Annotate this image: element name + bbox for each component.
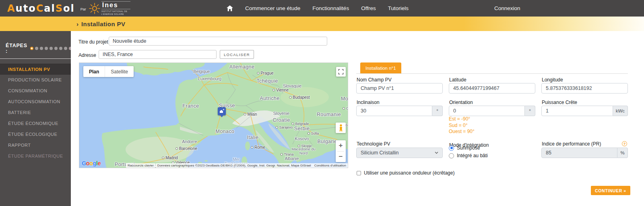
ines-logo[interactable]: Ines INSTITUT NATIONAL DE L'ENERGIE SOLA… xyxy=(89,1,130,15)
sidebar-item--tude-conomique[interactable]: ÉTUDE ÉCONOMIQUE xyxy=(0,118,71,129)
field-name-input[interactable] xyxy=(356,83,443,94)
tilt-group: ° xyxy=(356,106,443,116)
map-marker[interactable] xyxy=(218,107,226,115)
step-dot xyxy=(45,47,48,50)
chevron-down-icon xyxy=(435,152,438,154)
step-dot xyxy=(59,47,62,50)
map-label: Sarajevo xyxy=(276,125,293,129)
localize-button[interactable]: LOCALISER xyxy=(220,50,254,59)
step-dot xyxy=(30,47,33,50)
radio-selected-icon[interactable] xyxy=(449,146,454,151)
nav-item-commencer-une-tude[interactable]: Commencer une étude xyxy=(245,5,300,11)
main-nav: Commencer une étudeFonctionnalitésOffres… xyxy=(227,0,409,17)
logo-segment: S xyxy=(56,3,63,14)
steps-row: ÉTAPES : xyxy=(6,43,71,54)
map-label: Vienne xyxy=(272,88,289,92)
map-label: Andorre xyxy=(182,139,197,144)
step-dot xyxy=(50,47,53,50)
map-label: Rome xyxy=(251,145,265,150)
sidebar-item-installation-pv[interactable]: INSTALLATION PV xyxy=(0,64,71,75)
map-label: Italie xyxy=(247,135,259,140)
integration-option-surimposé[interactable]: Surimposé xyxy=(449,145,488,151)
logo-segment: uto xyxy=(16,3,36,14)
map-satellite-button[interactable]: Satellite xyxy=(105,66,134,77)
inverter-power-checkbox-label: Utiliser une puissance onduleur (écrêtag… xyxy=(364,170,454,176)
sidebar-item--tude-cologique[interactable]: ÉTUDE ÉCOLOGIQUE xyxy=(0,129,71,140)
map-label: France xyxy=(182,103,199,109)
radio-icon[interactable] xyxy=(449,153,454,158)
map-plan-button[interactable]: Plan xyxy=(83,66,105,77)
sidebar-item-batterie[interactable]: BATTERIE xyxy=(0,107,71,118)
home-icon[interactable] xyxy=(227,5,233,11)
peak-power-input[interactable] xyxy=(541,106,613,116)
continue-button[interactable]: CONTINUER » xyxy=(591,186,630,195)
sidebar-item-rapport[interactable]: RAPPORT xyxy=(0,140,71,151)
inverter-power-checkbox[interactable] xyxy=(357,171,361,175)
peak-power-unit: kWc xyxy=(613,106,628,116)
steps-progress-dots xyxy=(30,47,72,50)
map-label: Prague xyxy=(257,71,273,75)
tilt-unit: ° xyxy=(432,106,443,116)
step-dot xyxy=(54,47,58,50)
map-label: Belgrade xyxy=(291,122,309,126)
pegman-icon xyxy=(339,124,343,132)
orientation-hint: Est = -90° xyxy=(449,116,475,123)
orientation-label: Orientation xyxy=(449,100,473,105)
tab-separator xyxy=(356,73,628,74)
pv-technology-select[interactable]: Silicium Cristallin xyxy=(356,148,443,158)
tilt-input[interactable] xyxy=(356,106,432,116)
pr-unit: % xyxy=(617,148,628,158)
nav-item-fonctionnalit-s[interactable]: Fonctionnalités xyxy=(312,5,349,11)
radio-label: Intégré au bâti xyxy=(457,153,488,158)
autocalsol-logo[interactable]: AutoCalSol xyxy=(7,3,75,14)
map-label: Skopje xyxy=(298,144,312,148)
map-attribution: Raccourcis clavier Données cartographiqu… xyxy=(126,163,348,168)
latitude-label: Latitude xyxy=(449,77,466,83)
brand: AutoCalSol Par Ines INSTITUT NATIONAL DE… xyxy=(7,0,130,17)
orientation-unit: ° xyxy=(525,106,535,116)
address-input[interactable] xyxy=(99,50,217,59)
sidebar-item-production-solaire[interactable]: PRODUCTION SOLAIRE xyxy=(0,75,71,85)
login-link[interactable]: Connexion xyxy=(494,0,520,17)
help-icon[interactable]: ? xyxy=(622,141,627,146)
sidebar-item-consommation[interactable]: CONSOMMATION xyxy=(0,85,71,96)
sidebar-item--tude-param-trique[interactable]: ÉTUDE PARAMÉTRIQUE xyxy=(0,151,71,162)
orientation-input[interactable] xyxy=(449,106,525,116)
project-title-label: Titre du projet xyxy=(78,39,108,45)
map-label: Serbie xyxy=(294,126,310,131)
integration-option-intégré-au-bâti[interactable]: Intégré au bâti xyxy=(449,153,488,158)
pr-input[interactable] xyxy=(541,148,617,158)
longitude-input[interactable] xyxy=(541,83,628,94)
orientation-hint: Ouest = 90° xyxy=(449,129,475,135)
map[interactable]: FranceEspagnePortugalAllemagneBelgiqueLu… xyxy=(79,62,348,168)
peak-power-group: kWc xyxy=(541,106,628,116)
project-title-input[interactable] xyxy=(109,37,327,46)
sidebar-item-autoconsommation[interactable]: AUTOCONSOMMATION xyxy=(0,96,71,107)
map-fullscreen-button[interactable] xyxy=(336,67,346,77)
sidebar-menu: INSTALLATION PVPRODUCTION SOLAIRECONSOMM… xyxy=(0,64,71,162)
tab-installation-1[interactable]: Installation n°1 xyxy=(360,62,401,74)
nav-item-tutoriels[interactable]: Tutoriels xyxy=(388,5,409,11)
sidebar-divider xyxy=(0,58,71,59)
map-pegman-control[interactable] xyxy=(336,123,346,133)
zoom-in-button[interactable]: + xyxy=(336,140,346,151)
inverter-power-checkbox-row[interactable]: Utiliser une puissance onduleur (écrêtag… xyxy=(357,170,454,176)
map-label: Monaco xyxy=(216,129,235,134)
google-logo: Google xyxy=(82,160,101,166)
map-label: Luxembourg xyxy=(198,76,221,81)
map-label: Chișinău xyxy=(343,106,348,110)
peak-power-label: Puissance Crête xyxy=(542,100,577,105)
logo-segment: al xyxy=(44,3,55,14)
breadcrumb-arrow-icon: › xyxy=(76,21,78,27)
pr-label: Indice de performance (PR) xyxy=(542,141,601,147)
keyboard-shortcuts-link[interactable]: Raccourcis clavier xyxy=(126,163,155,168)
zoom-out-button[interactable]: − xyxy=(336,152,346,162)
page-title: Installation PV xyxy=(81,21,125,27)
map-label: Allemagne xyxy=(229,64,255,70)
sun-icon xyxy=(89,2,101,15)
logo-segment: ol xyxy=(63,3,75,14)
ines-text: Ines INSTITUT NATIONAL DE L'ENERGIE SOLA… xyxy=(101,1,130,15)
latitude-input[interactable] xyxy=(449,83,535,94)
terms-link[interactable]: Conditions d'utilisation xyxy=(313,163,348,168)
nav-item-offres[interactable]: Offres xyxy=(361,5,376,11)
